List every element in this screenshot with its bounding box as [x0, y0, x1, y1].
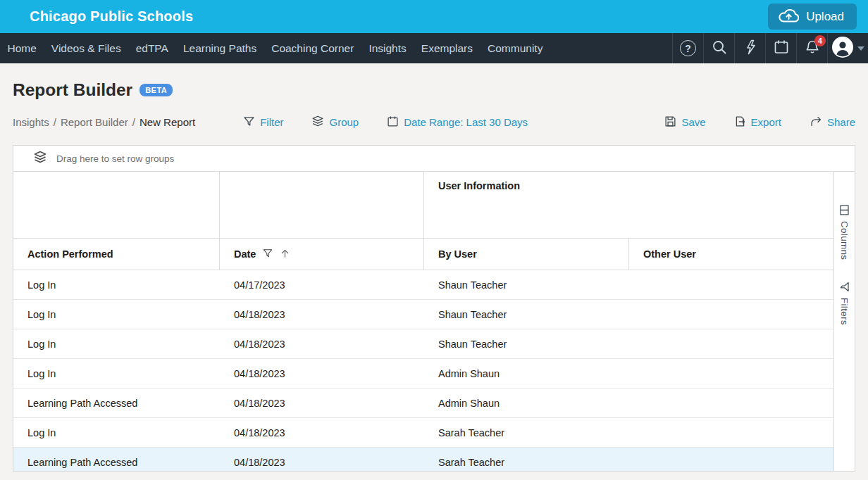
tab-columns-label: Columns [839, 221, 850, 260]
export-icon [734, 115, 746, 130]
breadcrumb-insights[interactable]: Insights [13, 116, 49, 128]
table-row[interactable]: Log In 04/17/2023 Shaun Teacher [13, 270, 833, 300]
cell-date: 04/17/2023 [220, 270, 424, 299]
cell-action: Learning Path Accessed [13, 448, 220, 471]
account-menu-button[interactable] [827, 33, 868, 63]
nav-item-videos-files[interactable]: Videos & Files [44, 33, 128, 63]
column-filter-icon[interactable] [262, 248, 273, 261]
quick-actions-button[interactable] [734, 33, 765, 63]
column-group-header-row: User Information [13, 172, 833, 239]
column-header-label: Date [234, 248, 256, 260]
cell-by-user: Shaun Teacher [424, 270, 629, 299]
cell-action: Log In [13, 270, 220, 299]
cell-other-user [629, 270, 833, 299]
nav-item-coaching-corner[interactable]: Coaching Corner [264, 33, 361, 63]
nav-item-learning-paths[interactable]: Learning Paths [175, 33, 264, 63]
toolbar-right-actions: Save Export Share [664, 115, 855, 130]
column-header-other-user[interactable]: Other User [629, 239, 833, 270]
table-row[interactable]: Learning Path Accessed 04/18/2023 Sarah … [13, 448, 833, 471]
help-button[interactable]: ? [672, 33, 703, 63]
share-icon [810, 115, 822, 130]
column-group-empty [13, 172, 220, 238]
column-header-label: Other User [643, 248, 696, 260]
cell-by-user: Shaun Teacher [424, 329, 629, 358]
breadcrumb-new-report: New Report [140, 116, 195, 128]
calendar-button[interactable] [765, 33, 796, 63]
nav-item-home[interactable]: Home [0, 33, 44, 63]
table-row[interactable]: Learning Path Accessed 04/18/2023 Admin … [13, 389, 833, 418]
nav-item-insights[interactable]: Insights [361, 33, 414, 63]
save-button[interactable]: Save [664, 115, 705, 130]
nav-item-edtpa[interactable]: edTPA [128, 33, 175, 63]
search-button[interactable] [703, 33, 734, 63]
cell-action: Learning Path Accessed [13, 389, 220, 417]
export-button[interactable]: Export [734, 115, 781, 130]
layers-icon [33, 150, 47, 167]
columns-icon [838, 204, 850, 216]
cell-other-user [629, 329, 833, 358]
table-row[interactable]: Log In 04/18/2023 Admin Shaun [13, 359, 833, 389]
cell-date: 04/18/2023 [220, 359, 424, 388]
beta-badge: BETA [140, 84, 173, 96]
nav-item-exemplars[interactable]: Exemplars [414, 33, 480, 63]
table-row[interactable]: Log In 04/18/2023 Sarah Teacher [13, 418, 833, 448]
table-row[interactable]: Log In 04/18/2023 Shaun Teacher [13, 329, 833, 359]
breadcrumb-report-builder[interactable]: Report Builder [61, 116, 128, 128]
tab-columns[interactable]: Columns [838, 204, 850, 260]
column-header-by-user[interactable]: By User [424, 239, 629, 270]
cell-date: 04/18/2023 [220, 418, 424, 447]
cell-by-user: Sarah Teacher [424, 448, 629, 471]
chevron-down-icon [857, 46, 864, 51]
nav-item-community[interactable]: Community [480, 33, 550, 63]
tab-filters-label: Filters [839, 298, 850, 325]
upload-button[interactable]: Upload [768, 4, 857, 30]
cell-action: Log In [13, 418, 220, 447]
column-header-action-performed[interactable]: Action Performed [13, 239, 220, 270]
row-group-hint-text: Drag here to set row groups [56, 153, 174, 164]
grid-columns-area: User Information Action Performed Date [13, 172, 833, 471]
notification-count-badge: 4 [814, 35, 826, 46]
report-toolbar: Insights / Report Builder / New Report F… [13, 115, 855, 130]
cell-other-user [629, 359, 833, 388]
cell-date: 04/18/2023 [220, 448, 424, 471]
grid-side-panel-tabs: Columns Filters [833, 172, 855, 471]
table-row[interactable]: Log In 04/18/2023 Shaun Teacher [13, 300, 833, 329]
cloud-upload-icon [778, 8, 799, 26]
funnel-icon [243, 115, 255, 130]
page-header: Report Builder BETA [13, 80, 855, 100]
column-header-label: By User [438, 248, 477, 260]
calendar-icon [387, 115, 399, 130]
date-range-button[interactable]: Date Range: Last 30 Days [387, 115, 528, 130]
cell-action: Log In [13, 300, 220, 329]
share-button-label: Share [827, 116, 855, 128]
cell-action: Log In [13, 329, 220, 358]
group-button-label: Group [329, 116, 359, 128]
cell-other-user [629, 448, 833, 471]
row-group-drop-zone[interactable]: Drag here to set row groups [13, 146, 855, 172]
cell-date: 04/18/2023 [220, 389, 424, 417]
column-header-label: Action Performed [27, 248, 113, 260]
save-button-label: Save [681, 116, 705, 128]
group-button[interactable]: Group [311, 115, 359, 130]
column-header-date[interactable]: Date [220, 239, 424, 270]
tab-filters[interactable]: Filters [838, 281, 850, 325]
lightning-icon [742, 39, 759, 58]
save-icon [664, 115, 676, 130]
share-button[interactable]: Share [810, 115, 855, 130]
layers-icon [311, 115, 324, 130]
cell-date: 04/18/2023 [220, 300, 424, 329]
notifications-button[interactable]: 4 [796, 33, 827, 63]
funnel-icon [838, 281, 850, 293]
cell-by-user: Admin Shaun [424, 389, 629, 417]
nav-icon-cluster: ? 4 [672, 33, 868, 63]
nav-links: Home Videos & Files edTPA Learning Paths… [0, 33, 550, 63]
breadcrumb: Insights / Report Builder / New Report [13, 116, 195, 128]
upload-button-label: Upload [806, 10, 844, 24]
filter-button[interactable]: Filter [243, 115, 283, 130]
breadcrumb-separator: / [54, 116, 56, 128]
cell-other-user [629, 389, 833, 417]
sort-ascending-icon[interactable] [280, 248, 290, 261]
main-navigation: Home Videos & Files edTPA Learning Paths… [0, 33, 868, 63]
cell-by-user: Admin Shaun [424, 359, 629, 388]
column-group-empty [220, 172, 424, 238]
